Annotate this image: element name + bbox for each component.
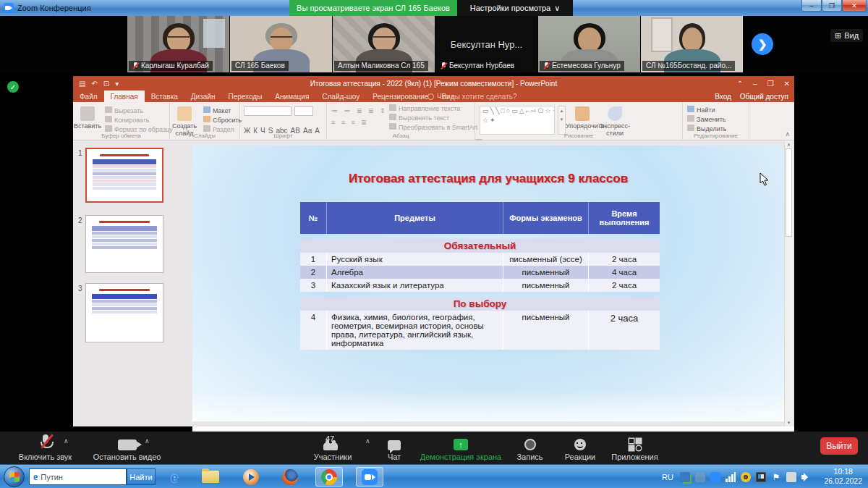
participant-tile[interactable]: Карлыгаш Куралбай (127, 16, 229, 72)
copy-button[interactable]: Копировать (105, 116, 169, 125)
replace-button[interactable]: Заменить (687, 115, 749, 125)
zoom-tray-icon[interactable] (710, 472, 720, 482)
ribbon-tab[interactable]: Дизайн (184, 91, 222, 102)
shape-icon[interactable]: ▭ (511, 107, 519, 114)
ribbon-group-font: ЖКЧSabcАВАаА Шрифт (240, 102, 327, 140)
taskbar-search-box[interactable]: e (29, 468, 127, 485)
ribbon-tab[interactable]: Вставка (145, 91, 184, 102)
scroll-up-icon[interactable]: ▲ (558, 106, 565, 115)
ribbon-tab[interactable]: Слайд-шоу (315, 91, 366, 102)
taskbar-media-player-button[interactable] (237, 467, 265, 487)
font-size-combobox[interactable] (294, 106, 313, 116)
taskbar-ie-button[interactable]: e (161, 467, 188, 487)
cut-button[interactable]: Вырезать (105, 106, 169, 116)
shape-icon[interactable]: ✦ (490, 117, 497, 124)
slide-canvas[interactable]: Итоговая аттестация для учащихся 9 класс… (192, 146, 784, 421)
reset-button[interactable]: Сбросить (203, 116, 239, 125)
participant-tile[interactable]: Естемесова Гульнур (538, 16, 640, 72)
shape-icon[interactable]: ╲ (490, 107, 495, 114)
apps-button[interactable]: Приложения (608, 434, 662, 461)
ppt-restore-button[interactable]: ❐ (767, 80, 774, 88)
shape-icon[interactable]: ▭ (482, 107, 490, 114)
shape-icon[interactable]: ⌐ (526, 107, 531, 114)
power-tray-icon[interactable] (786, 472, 796, 482)
network-signal-icon[interactable] (726, 472, 736, 482)
participant-tile[interactable]: Бексултан Нур... Бексултан Нурбаев (435, 16, 537, 72)
tell-me-box[interactable]: Что вы хотите сделать? (427, 91, 517, 102)
record-button[interactable]: Запись (510, 434, 550, 461)
taskbar-clock[interactable]: 10:18 26.02.2022 (824, 467, 862, 486)
shape-icon[interactable]: ☆ (482, 117, 490, 124)
align-buttons[interactable]: ≡ ≡ ≡ ≣ (331, 119, 388, 126)
reactions-button[interactable]: Реакции (558, 434, 602, 461)
minimize-button[interactable]: – (801, 0, 822, 12)
teamviewer-tray-icon[interactable] (680, 472, 690, 482)
participants-button[interactable]: 47 Участники (304, 434, 362, 461)
hidden-tray-icon[interactable] (695, 472, 705, 482)
volume-icon[interactable] (801, 472, 812, 482)
find-button[interactable]: Найти (687, 106, 749, 115)
ribbon-tab[interactable]: Анимация (268, 91, 315, 102)
language-indicator[interactable]: RU (662, 473, 673, 481)
slide-thumbnail-1[interactable] (85, 148, 163, 203)
scrollbar-thumb[interactable] (786, 148, 792, 237)
participant-tile[interactable]: СЛ №165Бостанд. райо... (641, 16, 743, 72)
next-participants-button[interactable]: ❯ (752, 33, 773, 55)
slide-thumbnail-2[interactable] (85, 215, 163, 273)
ribbon-tab[interactable]: Главная (104, 91, 145, 102)
arrange-button[interactable]: Упорядочить (566, 104, 599, 130)
scroll-down-icon[interactable]: ▼ (785, 419, 793, 426)
participants-caret[interactable]: ∧ (365, 437, 370, 445)
video-options-caret[interactable]: ∧ (145, 437, 150, 445)
shape-icon[interactable]: ☆ (545, 107, 552, 114)
scroll-down-icon[interactable]: ▼ (558, 115, 565, 124)
close-button[interactable]: ✕ (842, 0, 867, 12)
taskbar-explorer-button[interactable] (197, 467, 224, 487)
shape-icon[interactable]: ⬠ (537, 107, 545, 114)
align-text-button[interactable]: Выровнять текст (389, 114, 475, 123)
taskbar-firefox-button[interactable] (276, 467, 304, 487)
stop-video-button[interactable]: Остановить видео (85, 434, 169, 461)
leave-button[interactable]: Выйти (820, 437, 858, 455)
share-screen-button[interactable]: ↑ Демонстрация экрана (414, 434, 508, 461)
unmute-button[interactable]: Включить звук (7, 434, 83, 461)
taskbar-zoom-button[interactable] (356, 467, 383, 487)
shape-icon[interactable]: △ (519, 107, 526, 114)
participant-tile[interactable]: СЛ 165 Баеков (230, 16, 332, 72)
ppt-close-button[interactable]: ✕ (784, 80, 790, 88)
slide-thumbnail-3[interactable] (85, 283, 163, 342)
shape-icon[interactable]: □ (501, 107, 506, 114)
smartart-button[interactable]: Преобразовать в SmartArt (389, 123, 475, 132)
maximize-button[interactable]: ❐ (822, 0, 842, 12)
ribbon-tab[interactable]: Рецензирование (366, 91, 435, 102)
antivirus-tray-icon[interactable] (741, 472, 751, 482)
layout-button[interactable]: Макет (203, 106, 239, 116)
view-layout-button[interactable]: ⊞ Вид (830, 29, 863, 42)
collapse-ribbon-icon[interactable]: ∧ (785, 130, 790, 138)
audio-options-caret[interactable]: ∧ (64, 437, 69, 445)
list-buttons[interactable]: ≔ ≕ ≣ ≣ ⇕ (331, 107, 388, 114)
ribbon-tab[interactable]: Файл (73, 91, 104, 102)
font-name-combobox[interactable] (244, 106, 292, 116)
chat-button[interactable]: Чат (376, 434, 412, 461)
sign-in-link[interactable]: Вход (715, 93, 731, 101)
search-go-button[interactable]: Найти (127, 468, 156, 485)
text-direction-button[interactable]: Направление текста (389, 104, 475, 114)
view-settings-button[interactable]: Настройки просмотра ∨ (457, 0, 573, 16)
participant-tile[interactable]: Алтын Маликовна Сл 165 (333, 16, 435, 72)
ppt-minimize-button[interactable]: – (753, 80, 757, 88)
paste-button[interactable]: Вставить (73, 104, 102, 130)
scroll-up-icon[interactable]: ▲ (785, 140, 793, 148)
start-button[interactable] (4, 466, 25, 487)
vertical-scrollbar[interactable]: ▲ ▼ (784, 140, 793, 426)
shapes-gallery-scrollbar[interactable]: ▲ ▼ (558, 106, 566, 135)
shape-icon[interactable]: ✧ (552, 107, 555, 114)
ribbon-tab[interactable]: Переходы (221, 91, 268, 102)
ribbon-display-icon[interactable]: ⌃ (737, 80, 743, 88)
flag-action-center-icon[interactable]: ⚑ (771, 472, 781, 482)
search-input[interactable] (41, 473, 106, 481)
display-tray-icon[interactable] (756, 472, 766, 482)
shapes-gallery[interactable]: ▭╲╲□○▭△⌐⇨⬠☆✧⌒∿{}☆✦ (480, 106, 555, 135)
share-button[interactable]: Общий доступ (740, 93, 788, 101)
taskbar-chrome-button[interactable] (315, 467, 343, 487)
